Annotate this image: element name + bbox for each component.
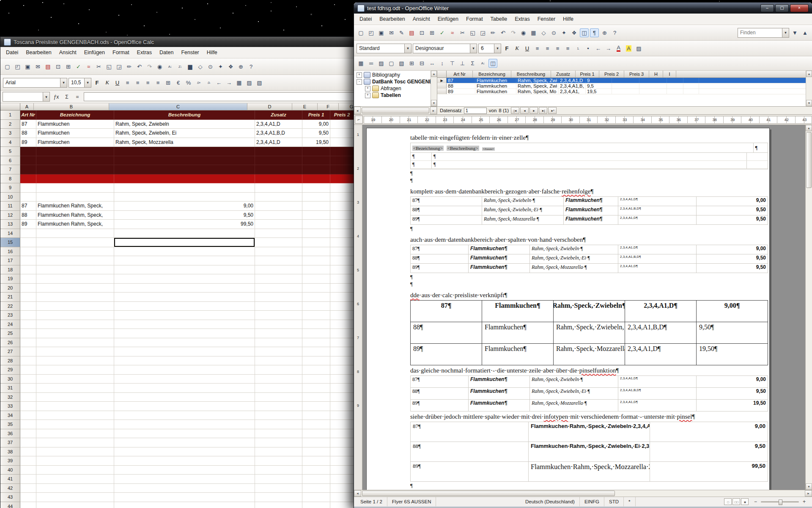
spreadsheet-cell[interactable] xyxy=(302,393,330,402)
spreadsheet-cell[interactable] xyxy=(114,466,255,475)
new-record-button[interactable]: ►* xyxy=(548,107,557,114)
table-cell[interactable]: 9,50 xyxy=(650,442,768,461)
function-wizard-button[interactable]: ƒx xyxy=(52,93,61,101)
table-cell[interactable]: 2,3,4,A1,D¶ xyxy=(625,344,697,365)
status-page-number[interactable]: Seite 1 / 2 xyxy=(356,497,387,506)
dropdown-arrow-icon[interactable]: ▾ xyxy=(782,28,789,37)
menu-item[interactable]: Ansicht xyxy=(409,14,434,24)
datasource-cell[interactable] xyxy=(639,83,667,88)
empty-paragraph[interactable]: ¶ xyxy=(410,170,768,177)
spreadsheet-cell[interactable] xyxy=(36,274,114,284)
spreadsheet-cell[interactable]: 2,3,4,A1,D xyxy=(255,138,302,147)
spellcheck-button[interactable]: ✓ xyxy=(74,62,83,71)
increase-indent-button[interactable]: → xyxy=(225,78,233,87)
datasource-cell[interactable] xyxy=(667,89,683,94)
row-header[interactable]: 22 xyxy=(0,302,20,311)
menu-item[interactable]: Einfügen xyxy=(80,48,109,57)
datasource-column-header[interactable]: Zusatz xyxy=(551,71,576,77)
table-cell[interactable]: Rahm,·Speck,·Zwiebeln,·Ei·¶ xyxy=(482,206,563,215)
spreadsheet-cell[interactable] xyxy=(36,183,114,193)
border-color-button[interactable]: ▧ xyxy=(255,78,264,87)
spreadsheet-cell[interactable] xyxy=(36,493,114,502)
spreadsheet-cell[interactable] xyxy=(114,420,255,429)
spreadsheet-cell[interactable] xyxy=(36,393,114,402)
tab-stop-selector[interactable]: ⌐ xyxy=(355,116,363,124)
decrease-indent-button[interactable]: ← xyxy=(214,78,223,87)
zoom-in-button[interactable]: + xyxy=(801,499,807,505)
spreadsheet-cell[interactable] xyxy=(20,493,36,502)
spreadsheet-cell[interactable] xyxy=(20,147,36,156)
datasource-cell[interactable] xyxy=(612,78,639,83)
table-cell[interactable]: ¶ xyxy=(411,161,432,168)
multi-page-view-button[interactable]: ▢▢ xyxy=(732,498,740,505)
table-cell[interactable]: Flammkuchen¶ xyxy=(563,206,618,215)
paragraph-style-combo[interactable]: Standard ▾ xyxy=(357,44,411,53)
data-to-fields-button[interactable]: ◫ xyxy=(488,59,497,68)
table-cell[interactable] xyxy=(747,161,768,168)
spreadsheet-cell[interactable] xyxy=(114,429,255,439)
row-header[interactable]: 35 xyxy=(0,420,20,429)
row-header[interactable]: 1 xyxy=(0,110,20,120)
spreadsheet-cell[interactable] xyxy=(36,293,114,302)
save-button[interactable]: ▣ xyxy=(377,28,386,37)
spreadsheet-cell[interactable] xyxy=(330,183,354,193)
spreadsheet-cell[interactable] xyxy=(114,284,255,293)
datasource-cell[interactable]: 89 xyxy=(447,89,475,94)
spreadsheet-cell[interactable] xyxy=(114,329,255,338)
align-center-button[interactable]: ≡ xyxy=(543,44,552,53)
spreadsheet-cell[interactable] xyxy=(330,156,354,166)
datasource-cell[interactable]: 87 xyxy=(447,78,475,83)
gallery-button[interactable]: ❖ xyxy=(570,28,579,37)
database-field[interactable]: <Bezeichnung> xyxy=(412,146,444,151)
spreadsheet-cell[interactable] xyxy=(114,193,255,202)
currency-format-button[interactable]: € xyxy=(174,78,183,87)
spreadsheet-cell[interactable] xyxy=(330,129,354,138)
spreadsheet-cell[interactable] xyxy=(20,256,36,265)
table-cell[interactable]: 9,50 xyxy=(696,264,768,273)
spreadsheet-cell[interactable] xyxy=(114,438,255,447)
spreadsheet-cell[interactable] xyxy=(114,229,255,238)
spreadsheet-cell[interactable] xyxy=(302,202,330,211)
spreadsheet-cell[interactable] xyxy=(36,156,114,166)
optimize-width-button[interactable]: ↔ xyxy=(428,59,436,68)
table-cell[interactable]: ¶ xyxy=(432,153,747,160)
spreadsheet-cell[interactable] xyxy=(302,411,330,420)
spreadsheet-cell[interactable]: Flammkuchen Rahm, Speck, xyxy=(36,211,114,220)
table-cell[interactable]: ¶ xyxy=(754,144,768,152)
help-button[interactable]: ? xyxy=(247,62,255,71)
spreadsheet-cell[interactable] xyxy=(330,475,354,484)
row-header[interactable]: 16 xyxy=(0,247,20,257)
align-center-button[interactable]: ≡ xyxy=(133,78,142,87)
spreadsheet-cell[interactable] xyxy=(20,402,36,411)
cell-reference-box[interactable]: ▾ xyxy=(3,92,50,102)
export-pdf-button[interactable]: ▤ xyxy=(407,28,416,37)
spreadsheet-cell[interactable] xyxy=(114,302,255,311)
spreadsheet-cell[interactable]: Flammkuchen Rahm, Speck, xyxy=(36,202,114,211)
background-color-button[interactable]: ▨ xyxy=(634,44,643,53)
spreadsheet-cell[interactable] xyxy=(114,311,255,320)
table-cell[interactable]: 2,3,4,A1,D¶ xyxy=(618,376,696,387)
next-record-button[interactable]: ► xyxy=(529,107,538,114)
spreadsheet-cell[interactable] xyxy=(36,411,114,420)
spreadsheet-cell[interactable] xyxy=(20,265,36,275)
sum-button[interactable]: Σ xyxy=(468,59,477,68)
table-background-color-button[interactable]: ▧ xyxy=(397,59,406,68)
spreadsheet-cell[interactable] xyxy=(330,256,354,265)
spreadsheet-cell[interactable] xyxy=(255,420,302,429)
spreadsheet-cell[interactable] xyxy=(302,302,330,311)
table-cell[interactable]: 9,50 xyxy=(696,206,768,215)
table-cell[interactable]: Flammkuchen¶ xyxy=(482,322,554,343)
spreadsheet-cell[interactable] xyxy=(36,338,114,348)
spreadsheet-cell[interactable] xyxy=(330,429,354,439)
column-header[interactable]: E xyxy=(292,103,318,110)
vertical-ruler[interactable]: 123456789 xyxy=(354,125,362,490)
paragraph[interactable]: dde·aus·der·calc·preisliste·verknüpft¶ xyxy=(410,292,768,299)
table-cell[interactable]: 9,00 xyxy=(650,422,768,442)
datasource-column-header[interactable]: H xyxy=(649,71,663,77)
row-header[interactable]: 30 xyxy=(0,375,20,384)
hyperlink-button[interactable]: ◉ xyxy=(155,62,164,71)
datasource-column-header[interactable]: Preis 1 xyxy=(576,71,599,77)
menu-item[interactable]: Format xyxy=(109,48,133,57)
spreadsheet-cell[interactable] xyxy=(330,393,354,402)
row-header[interactable]: 26 xyxy=(0,338,20,348)
